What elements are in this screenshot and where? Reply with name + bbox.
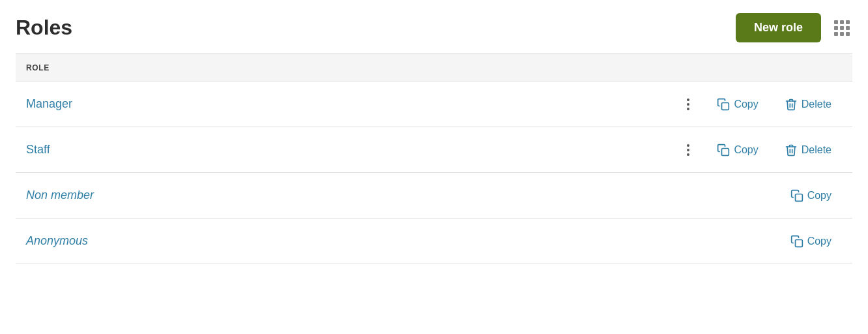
page-title: Roles (16, 16, 72, 40)
copy-button-anonymous[interactable]: Copy (780, 230, 842, 253)
role-name-anonymous[interactable]: Anonymous (26, 234, 780, 248)
table-row: Staff Copy (16, 127, 852, 173)
page-header: Roles New role (0, 0, 868, 53)
delete-label: Delete (802, 144, 832, 156)
delete-button-staff[interactable]: Delete (774, 138, 842, 162)
copy-icon (790, 235, 803, 248)
dots-menu-manager[interactable] (680, 96, 696, 113)
delete-label: Delete (802, 99, 832, 110)
copy-icon (790, 189, 803, 202)
grid-dot (834, 26, 838, 30)
trash-icon (785, 144, 798, 157)
svg-rect-1 (722, 148, 729, 155)
copy-button-staff[interactable]: Copy (706, 138, 768, 162)
table-header: ROLE (16, 53, 852, 82)
row-actions-manager: Copy Delete (680, 93, 842, 116)
dots-menu-staff[interactable] (680, 142, 696, 159)
dot (687, 103, 689, 106)
dot (687, 153, 689, 156)
copy-label: Copy (807, 235, 832, 247)
grid-dot (840, 26, 844, 30)
copy-icon (717, 98, 730, 111)
svg-rect-0 (722, 102, 729, 110)
row-actions-staff: Copy Delete (680, 138, 842, 162)
grid-dot (840, 20, 844, 24)
copy-label: Copy (807, 190, 832, 202)
roles-table: ROLE Manager Copy (16, 53, 852, 264)
dot (687, 144, 689, 147)
copy-button-manager[interactable]: Copy (706, 93, 768, 116)
grid-dot (846, 26, 850, 30)
copy-label: Copy (734, 144, 758, 156)
delete-button-manager[interactable]: Delete (774, 93, 842, 116)
grid-dot (846, 20, 850, 24)
role-column-header: ROLE (26, 63, 50, 72)
trash-icon (785, 98, 798, 111)
copy-button-non-member[interactable]: Copy (780, 184, 842, 207)
dot (687, 108, 689, 110)
header-actions: New role (736, 13, 852, 42)
row-actions-non-member: Copy (780, 184, 842, 207)
svg-rect-2 (795, 194, 802, 201)
role-name-manager[interactable]: Manager (26, 97, 680, 111)
copy-label: Copy (734, 99, 758, 110)
grid-dot (834, 32, 838, 36)
svg-rect-3 (795, 239, 802, 247)
dot (687, 99, 689, 101)
new-role-button[interactable]: New role (736, 13, 821, 42)
table-row: Manager Copy (16, 82, 852, 127)
row-actions-anonymous: Copy (780, 230, 842, 253)
dot (687, 149, 689, 151)
grid-view-icon[interactable] (832, 18, 852, 38)
role-name-staff[interactable]: Staff (26, 143, 680, 157)
grid-dot (840, 32, 844, 36)
table-row: Anonymous Copy (16, 219, 852, 264)
table-row: Non member Copy (16, 173, 852, 219)
grid-dot (834, 20, 838, 24)
copy-icon (717, 144, 730, 157)
grid-dot (846, 32, 850, 36)
role-name-non-member[interactable]: Non member (26, 189, 780, 202)
